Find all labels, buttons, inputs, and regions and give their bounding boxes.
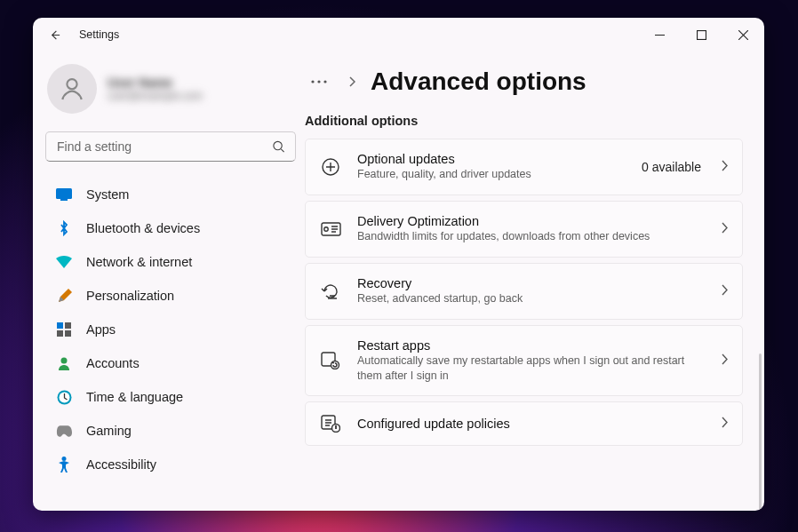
dots-icon bbox=[311, 80, 327, 83]
sidebar-item-label: Network & internet bbox=[86, 255, 192, 269]
window-controls bbox=[639, 18, 764, 52]
card-desc: Feature, quality, and driver updates bbox=[357, 167, 626, 182]
svg-point-15 bbox=[323, 80, 326, 83]
page-title: Advanced options bbox=[371, 67, 587, 96]
search-input[interactable] bbox=[45, 131, 296, 162]
card-title: Configured update policies bbox=[357, 417, 705, 431]
avatar bbox=[47, 64, 97, 114]
recovery-icon bbox=[320, 282, 341, 300]
svg-rect-6 bbox=[65, 322, 71, 329]
chevron-right-icon bbox=[721, 353, 728, 369]
breadcrumb-separator bbox=[346, 76, 358, 87]
window-title: Settings bbox=[79, 28, 119, 41]
card-title: Restart apps bbox=[357, 338, 705, 353]
profile-text: User Name user@example.com bbox=[108, 75, 203, 102]
minimize-button[interactable] bbox=[639, 18, 681, 52]
sidebar-item-accessibility[interactable]: Accessibility bbox=[45, 448, 296, 481]
accounts-icon bbox=[56, 355, 72, 371]
sidebar-item-system[interactable]: System bbox=[45, 178, 296, 211]
svg-point-13 bbox=[311, 80, 314, 83]
accessibility-icon bbox=[56, 457, 72, 472]
section-title: Additional options bbox=[305, 114, 743, 128]
svg-point-14 bbox=[317, 80, 320, 83]
policies-icon bbox=[320, 415, 341, 433]
card-body: Recovery Reset, advanced startup, go bac… bbox=[357, 276, 705, 306]
breadcrumb: Advanced options bbox=[305, 67, 743, 96]
sidebar-item-bluetooth[interactable]: Bluetooth & devices bbox=[45, 211, 296, 245]
card-title: Optional updates bbox=[357, 152, 626, 166]
sidebar: User Name user@example.com System Blueto… bbox=[33, 52, 305, 511]
restart-apps-icon bbox=[320, 352, 341, 369]
svg-rect-3 bbox=[56, 188, 72, 199]
sidebar-item-label: Time & language bbox=[86, 390, 183, 404]
profile-block[interactable]: User Name user@example.com bbox=[45, 64, 296, 114]
card-desc: Reset, advanced startup, go back bbox=[357, 291, 705, 306]
svg-rect-5 bbox=[57, 322, 63, 329]
svg-rect-4 bbox=[60, 199, 68, 201]
sidebar-item-label: Apps bbox=[86, 322, 116, 337]
sidebar-item-label: Accessibility bbox=[86, 457, 156, 472]
bluetooth-icon bbox=[56, 220, 72, 236]
card-restart-apps[interactable]: Restart apps Automatically save my resta… bbox=[305, 325, 743, 397]
apps-icon bbox=[56, 322, 72, 337]
svg-rect-0 bbox=[698, 30, 706, 39]
sidebar-item-personalization[interactable]: Personalization bbox=[45, 279, 296, 313]
optional-updates-icon bbox=[320, 157, 341, 177]
titlebar: Settings bbox=[33, 18, 764, 52]
sidebar-item-label: System bbox=[86, 187, 129, 202]
profile-email: user@example.com bbox=[108, 90, 203, 102]
sidebar-item-label: Personalization bbox=[86, 289, 174, 303]
nav-list: System Bluetooth & devices Network & int… bbox=[45, 178, 296, 481]
sidebar-item-label: Gaming bbox=[86, 424, 132, 438]
delivery-icon bbox=[320, 222, 341, 236]
window-body: User Name user@example.com System Blueto… bbox=[33, 52, 764, 511]
close-button[interactable] bbox=[722, 18, 764, 52]
sidebar-item-gaming[interactable]: Gaming bbox=[45, 414, 296, 448]
maximize-button[interactable] bbox=[681, 18, 722, 52]
sidebar-item-label: Bluetooth & devices bbox=[86, 221, 200, 235]
sidebar-item-network[interactable]: Network & internet bbox=[45, 245, 296, 279]
chevron-right-icon bbox=[348, 76, 355, 87]
search-wrap bbox=[45, 131, 296, 162]
card-optional-updates[interactable]: Optional updates Feature, quality, and d… bbox=[305, 139, 743, 195]
card-body: Delivery Optimization Bandwidth limits f… bbox=[357, 214, 705, 244]
profile-name: User Name bbox=[108, 75, 203, 90]
card-title: Recovery bbox=[357, 276, 705, 290]
svg-point-18 bbox=[323, 227, 327, 231]
card-desc: Bandwidth limits for updates, downloads … bbox=[357, 229, 705, 244]
maximize-icon bbox=[697, 30, 706, 40]
svg-point-12 bbox=[62, 457, 67, 461]
sidebar-item-apps[interactable]: Apps bbox=[45, 313, 296, 346]
settings-window: Settings User Name user@example.com bbox=[33, 18, 764, 511]
chevron-right-icon bbox=[721, 159, 728, 175]
svg-point-1 bbox=[67, 79, 76, 89]
close-icon bbox=[738, 30, 748, 40]
titlebar-left: Settings bbox=[42, 22, 119, 47]
chevron-right-icon bbox=[721, 221, 728, 237]
card-body: Restart apps Automatically save my resta… bbox=[357, 338, 705, 384]
back-arrow-icon bbox=[48, 28, 61, 42]
svg-rect-8 bbox=[65, 330, 71, 337]
personalization-icon bbox=[56, 288, 72, 304]
chevron-right-icon bbox=[721, 416, 728, 432]
sidebar-item-time[interactable]: Time & language bbox=[45, 380, 296, 414]
sidebar-item-label: Accounts bbox=[86, 356, 140, 370]
card-title: Delivery Optimization bbox=[357, 214, 705, 228]
svg-rect-7 bbox=[57, 330, 63, 337]
breadcrumb-overflow-button[interactable] bbox=[305, 67, 333, 96]
card-configured-policies[interactable]: Configured update policies bbox=[305, 401, 743, 446]
card-body: Optional updates Feature, quality, and d… bbox=[357, 152, 626, 182]
chevron-right-icon bbox=[721, 283, 728, 299]
card-delivery-optimization[interactable]: Delivery Optimization Bandwidth limits f… bbox=[305, 201, 743, 258]
card-body: Configured update policies bbox=[357, 417, 705, 432]
main-content: Advanced options Additional options Opti… bbox=[305, 52, 764, 511]
card-recovery[interactable]: Recovery Reset, advanced startup, go bac… bbox=[305, 263, 743, 320]
system-icon bbox=[56, 187, 72, 202]
time-icon bbox=[56, 389, 72, 405]
sidebar-item-accounts[interactable]: Accounts bbox=[45, 346, 296, 380]
scrollbar[interactable] bbox=[759, 353, 762, 511]
gaming-icon bbox=[56, 423, 72, 439]
back-button[interactable] bbox=[42, 22, 67, 47]
avatar-icon bbox=[58, 75, 86, 103]
svg-point-9 bbox=[61, 358, 68, 364]
